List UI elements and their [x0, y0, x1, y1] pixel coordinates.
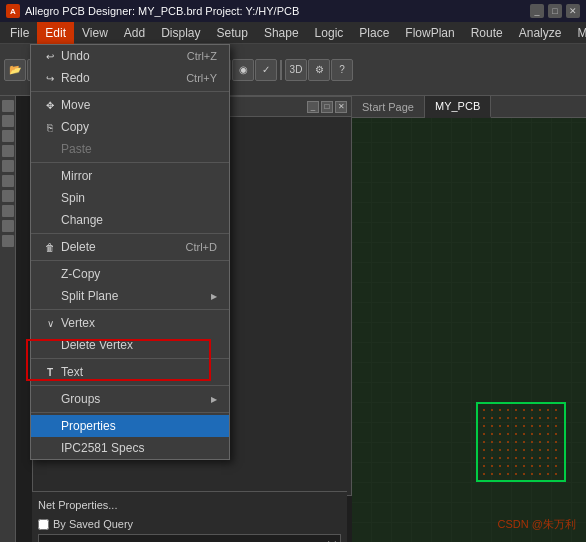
menu-item-zcopy[interactable]: Z-Copy [31, 263, 229, 285]
ipc2581-icon [43, 441, 57, 455]
sidebar-icon-9[interactable] [2, 220, 14, 232]
tab-start-page[interactable]: Start Page [352, 96, 425, 118]
spin-icon [43, 191, 57, 205]
toolbar-help[interactable]: ? [331, 59, 353, 81]
groups-label: Groups [61, 392, 211, 406]
groups-icon [43, 392, 57, 406]
pcb-canvas[interactable] [352, 118, 586, 542]
undo-icon: ↩ [43, 49, 57, 63]
redo-icon: ↪ [43, 71, 57, 85]
sub-restore[interactable]: □ [321, 101, 333, 113]
sidebar-icon-7[interactable] [2, 190, 14, 202]
menu-analyze[interactable]: Analyze [511, 22, 570, 44]
menu-item-groups[interactable]: Groups [31, 388, 229, 410]
zcopy-label: Z-Copy [61, 267, 217, 281]
menu-edit[interactable]: Edit [37, 22, 74, 44]
menu-item-splitplane[interactable]: Split Plane [31, 285, 229, 307]
vertex-label: Vertex [61, 316, 217, 330]
toolbar-settings[interactable]: ⚙ [308, 59, 330, 81]
menu-route[interactable]: Route [463, 22, 511, 44]
watermark: CSDN @朱万利 [498, 517, 576, 532]
mirror-label: Mirror [61, 169, 217, 183]
separator-5 [31, 309, 229, 310]
left-sidebar [0, 96, 16, 542]
toolbar-via[interactable]: ◉ [232, 59, 254, 81]
sidebar-icon-8[interactable] [2, 205, 14, 217]
sidebar-icon-4[interactable] [2, 145, 14, 157]
mirror-icon [43, 169, 57, 183]
undo-label: Undo [61, 49, 187, 63]
spin-label: Spin [61, 191, 217, 205]
menu-setup[interactable]: Setup [209, 22, 256, 44]
menu-file[interactable]: File [2, 22, 37, 44]
menu-item-paste[interactable]: Paste [31, 138, 229, 160]
toolbar-3d[interactable]: 3D [285, 59, 307, 81]
menu-item-mirror[interactable]: Mirror [31, 165, 229, 187]
app-icon: A [6, 4, 20, 18]
by-saved-query-checkbox[interactable] [38, 519, 49, 530]
menu-logic[interactable]: Logic [307, 22, 352, 44]
menu-shape[interactable]: Shape [256, 22, 307, 44]
menu-item-change[interactable]: Change [31, 209, 229, 231]
menu-add[interactable]: Add [116, 22, 153, 44]
separator-4 [31, 260, 229, 261]
text-label: Text [61, 365, 217, 379]
copy-icon: ⎘ [43, 120, 57, 134]
net-properties-section: Net Properties... By Saved Query Find by… [32, 492, 347, 542]
tab-bar: Start Page MY_PCB [352, 96, 586, 118]
sidebar-icon-2[interactable] [2, 115, 14, 127]
menu-item-vertex[interactable]: ∨ Vertex [31, 312, 229, 334]
paste-label: Paste [61, 142, 217, 156]
menu-item-spin[interactable]: Spin [31, 187, 229, 209]
sidebar-icon-10[interactable] [2, 235, 14, 247]
menu-view[interactable]: View [74, 22, 116, 44]
sidebar-icon-6[interactable] [2, 175, 14, 187]
menu-item-ipc2581[interactable]: IPC2581 Specs [31, 437, 229, 459]
sidebar-icon-5[interactable] [2, 160, 14, 172]
sidebar-icon-1[interactable] [2, 100, 14, 112]
undo-shortcut: Ctrl+Z [187, 50, 217, 62]
sub-minimize[interactable]: _ [307, 101, 319, 113]
separator-8 [31, 412, 229, 413]
splitplane-icon [43, 289, 57, 303]
menu-item-text[interactable]: T Text [31, 361, 229, 383]
menu-manu[interactable]: Manu [569, 22, 586, 44]
menu-item-deletevertex[interactable]: Delete Vertex [31, 334, 229, 356]
edit-dropdown-menu: ↩ Undo Ctrl+Z ↪ Redo Ctrl+Y ✥ Move ⎘ Cop… [30, 44, 230, 460]
menu-item-copy[interactable]: ⎘ Copy [31, 116, 229, 138]
maximize-button[interactable]: □ [548, 4, 562, 18]
menu-item-properties[interactable]: Properties [31, 415, 229, 437]
paste-icon [43, 142, 57, 156]
tab-mypcb[interactable]: MY_PCB [425, 96, 491, 118]
window-title: Allegro PCB Designer: MY_PCB.brd Project… [25, 5, 530, 17]
move-icon: ✥ [43, 98, 57, 112]
copy-label: Copy [61, 120, 217, 134]
delete-label: Delete [61, 240, 186, 254]
close-button[interactable]: ✕ [566, 4, 580, 18]
menu-item-delete[interactable]: 🗑 Delete Ctrl+D [31, 236, 229, 258]
menu-place[interactable]: Place [351, 22, 397, 44]
text-menu-icon: T [43, 365, 57, 379]
splitplane-label: Split Plane [61, 289, 211, 303]
net-properties-row: Net Properties... [38, 496, 341, 514]
properties-label: Properties [61, 419, 217, 433]
menu-item-undo[interactable]: ↩ Undo Ctrl+Z [31, 45, 229, 67]
title-bar: A Allegro PCB Designer: MY_PCB.brd Proje… [0, 0, 586, 22]
menu-item-move[interactable]: ✥ Move [31, 94, 229, 116]
separator-2 [31, 162, 229, 163]
sub-close[interactable]: ✕ [335, 101, 347, 113]
toolbar-drc[interactable]: ✓ [255, 59, 277, 81]
sidebar-icon-3[interactable] [2, 130, 14, 142]
menu-display[interactable]: Display [153, 22, 208, 44]
net-properties-label: Net Properties... [38, 496, 117, 514]
menu-flowplan[interactable]: FlowPlan [397, 22, 462, 44]
query-dropdown[interactable] [38, 534, 341, 542]
deletevertex-label: Delete Vertex [61, 338, 217, 352]
minimize-button[interactable]: _ [530, 4, 544, 18]
toolbar-open[interactable]: 📂 [4, 59, 26, 81]
by-saved-query-label: By Saved Query [53, 518, 133, 530]
change-label: Change [61, 213, 217, 227]
redo-label: Redo [61, 71, 186, 85]
delete-shortcut: Ctrl+D [186, 241, 217, 253]
menu-item-redo[interactable]: ↪ Redo Ctrl+Y [31, 67, 229, 89]
